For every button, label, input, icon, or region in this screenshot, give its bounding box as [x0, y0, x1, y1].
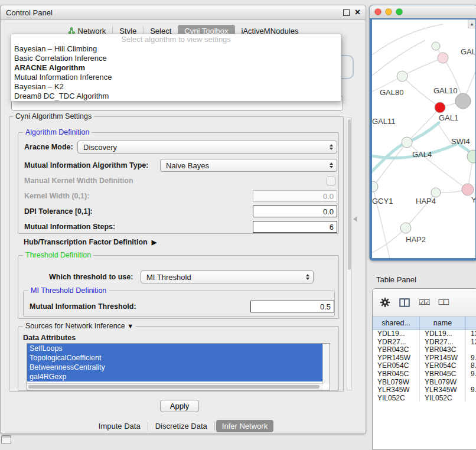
table-toolbar: ☑☑ ☐☐: [373, 289, 476, 317]
which-threshold-select[interactable]: MI Threshold: [141, 270, 314, 283]
network-node[interactable]: [462, 184, 474, 195]
close-window-icon[interactable]: [375, 9, 382, 15]
network-canvas[interactable]: GAL GAL80 GAL10 GAL11 GAL1 SWI4 GAL4 GCY…: [372, 19, 475, 258]
control-panel-titlebar[interactable]: Control Panel ×: [1, 5, 366, 20]
cyni-settings-area: Cyni Algorithm Settings Algorithm Defini…: [9, 116, 355, 393]
table-row[interactable]: YLR345WYLR345W9.: [373, 386, 476, 394]
close-panel-icon[interactable]: ×: [355, 8, 360, 17]
sources-legend[interactable]: Sources for Network Inference ▼: [23, 322, 136, 331]
dpi-tolerance-field[interactable]: 0.0: [253, 206, 337, 217]
threshold-definition-legend: Threshold Definition: [23, 251, 93, 260]
cyni-algorithm-settings-group: Cyni Algorithm Settings Algorithm Defini…: [9, 116, 344, 392]
tab-separator: [148, 422, 148, 431]
network-node[interactable]: [455, 93, 471, 109]
cyni-settings-legend: Cyni Algorithm Settings: [13, 112, 94, 121]
sources-title: Sources for Network Inference: [25, 322, 125, 330]
node-label: SWI4: [451, 137, 470, 146]
unchecked-boxes-icon[interactable]: ☐☐: [438, 298, 449, 306]
combo-arrows-icon: [306, 274, 309, 280]
mi-threshold-legend: MI Threshold Definition: [28, 286, 109, 295]
attribute-item-selected[interactable]: TopologicalCoefficient: [27, 353, 322, 363]
combo-arrows-icon: [330, 144, 333, 150]
table-panel-title: Table Panel: [376, 275, 416, 284]
dropdown-item[interactable]: Mutual Information Inference: [11, 73, 341, 82]
hub-section-toggle[interactable]: Hub/Transcription Factor Definition ▶: [24, 237, 157, 247]
table-row[interactable]: YPR145WYPR145W9.: [373, 354, 476, 363]
table-row[interactable]: YER054CYER054C8.: [373, 362, 476, 370]
gear-icon[interactable]: [380, 297, 390, 308]
apply-button[interactable]: Apply: [160, 400, 199, 412]
network-node[interactable]: [372, 181, 378, 192]
table-header-name[interactable]: name: [420, 317, 466, 330]
dropdown-item[interactable]: Dream8 DC_TDC Algorithm: [11, 92, 341, 101]
tab-infer-network[interactable]: Infer Network: [216, 420, 273, 432]
aracne-mode-select[interactable]: Discovery: [77, 141, 337, 154]
node-label: GAL1: [439, 113, 458, 122]
node-label: GCY1: [372, 197, 393, 206]
settings-scrollbar[interactable]: [347, 118, 352, 390]
threshold-definition-group: Threshold Definition Which threshold to …: [18, 255, 339, 319]
manual-kernel-label: Manual Kernel Width Definition: [24, 174, 133, 187]
list-vertical-scrollbar[interactable]: [322, 344, 330, 384]
network-window-titlebar[interactable]: [370, 5, 476, 19]
attribute-item-selected[interactable]: SelfLoops: [27, 344, 322, 353]
node-label: GAL80: [380, 88, 403, 97]
tab-impute-data[interactable]: Impute Data: [93, 420, 146, 432]
zoom-window-icon[interactable]: [396, 9, 403, 15]
columns-icon[interactable]: [399, 298, 410, 307]
window-controls: ×: [343, 8, 360, 17]
tab-discretize-data[interactable]: Discretize Data: [149, 420, 213, 432]
network-scroll-up-button[interactable]: ▲: [468, 19, 475, 28]
aracne-mode-value: Discovery: [83, 143, 117, 152]
table-row[interactable]: YBR043CYBR043C: [373, 346, 476, 354]
scrollbar-thumb[interactable]: [348, 119, 351, 270]
node-label: GAL11: [372, 117, 396, 126]
mi-steps-label: Mutual Information Steps:: [24, 220, 115, 233]
cyni-bottom-tabs: Impute Data Discretize Data Infer Networ…: [1, 419, 366, 433]
collapse-down-icon: ▼: [127, 322, 133, 330]
dropdown-item-selected[interactable]: ARACNE Algorithm: [11, 63, 341, 73]
network-node[interactable]: [402, 137, 412, 148]
mi-algorithm-type-select[interactable]: Naive Bayes: [160, 159, 337, 172]
aracne-mode-label: Aracne Mode:: [24, 141, 73, 154]
manual-kernel-checkbox[interactable]: [327, 177, 335, 185]
table-row[interactable]: YIL052CYIL052C: [373, 394, 476, 403]
splitter-collapse-icon[interactable]: [353, 217, 357, 221]
attribute-item-selected[interactable]: gal4RGexp: [27, 372, 322, 381]
float-window-icon[interactable]: [343, 9, 350, 16]
desktop: Control Panel × Network Style Select: [0, 0, 476, 450]
network-node-highlighted[interactable]: [435, 102, 445, 113]
algorithm-dropdown-popup: Select algorithm to view settings Bayesi…: [11, 34, 341, 102]
checked-boxes-icon[interactable]: ☑☑: [419, 298, 429, 306]
dropdown-placeholder[interactable]: Select algorithm to view settings: [11, 34, 341, 44]
minimized-panel-icon[interactable]: [1, 435, 11, 444]
node-label: HAP4: [416, 197, 436, 206]
network-node[interactable]: [432, 42, 440, 50]
attribute-item-selected[interactable]: BetweennessCentrality: [27, 363, 322, 372]
table-header-col3[interactable]: [466, 317, 476, 330]
network-node[interactable]: [400, 223, 411, 233]
table-row[interactable]: YBL079WYBL079W: [373, 379, 476, 387]
network-node[interactable]: [397, 71, 407, 81]
dropdown-item[interactable]: Basic Correlation Inference: [11, 54, 341, 63]
network-node[interactable]: [431, 188, 441, 197]
list-horizontal-scrollbar[interactable]: [27, 383, 323, 390]
network-node[interactable]: [438, 53, 448, 63]
mi-threshold-field[interactable]: 0.5: [250, 301, 334, 312]
table-header-shared[interactable]: shared...: [373, 317, 420, 330]
table-row[interactable]: YDL19...YDL19...13: [373, 330, 476, 338]
table-row[interactable]: YBR045CYBR045C9.: [373, 370, 476, 379]
combo-arrows-icon: [330, 162, 333, 168]
minimize-window-icon[interactable]: [386, 9, 392, 15]
data-attributes-list[interactable]: SelfLoops TopologicalCoefficient Between…: [27, 343, 330, 390]
dpi-tolerance-label: DPI Tolerance [0,1]:: [24, 205, 93, 218]
scrollbar-thumb[interactable]: [28, 385, 319, 389]
table-row[interactable]: YDR27...YDR27...12: [373, 338, 476, 347]
table-header-row: shared... name: [373, 317, 476, 330]
dropdown-item[interactable]: Bayesian – K2: [11, 82, 341, 92]
dropdown-item[interactable]: Bayesian – Hill Climbing: [11, 44, 341, 54]
node-labels: GAL GAL80 GAL10 GAL11 GAL1 SWI4 GAL4 GCY…: [372, 47, 475, 244]
node-label: GAL10: [433, 86, 457, 95]
mi-threshold-label: Mutual Information Threshold:: [30, 300, 136, 313]
mi-steps-field[interactable]: 6: [253, 221, 337, 233]
